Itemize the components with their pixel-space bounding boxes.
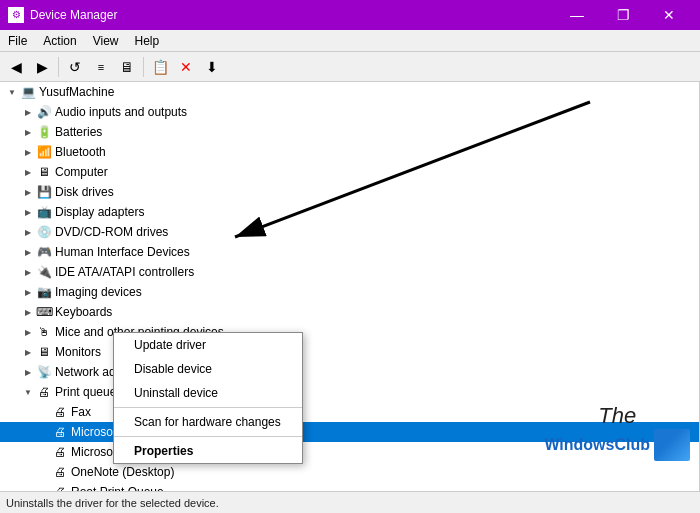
tree-item-keyboards[interactable]: ▶⌨Keyboards <box>0 302 699 322</box>
item-icon-diskdrives: 💾 <box>36 184 52 200</box>
tree-item-displayadapters[interactable]: ▶📺Display adapters <box>0 202 699 222</box>
expand-icon-monitors[interactable]: ▶ <box>20 344 36 360</box>
item-icon-bluetooth: 📶 <box>36 144 52 160</box>
context-properties[interactable]: Properties <box>114 439 302 463</box>
window-controls: — ❐ ✕ <box>554 0 692 30</box>
expand-icon-keyboards[interactable]: ▶ <box>20 304 36 320</box>
tree-item-machine[interactable]: ▼💻YusufMachine <box>0 82 699 102</box>
item-label-bluetooth: Bluetooth <box>55 145 106 159</box>
app-icon: ⚙ <box>8 7 24 23</box>
context-scan-hardware[interactable]: Scan for hardware changes <box>114 410 302 434</box>
toolbar-sep1 <box>58 57 59 77</box>
item-icon-ide: 🔌 <box>36 264 52 280</box>
device-tree[interactable]: ▼💻YusufMachine▶🔊Audio inputs and outputs… <box>0 82 700 491</box>
item-icon-fax: 🖨 <box>52 404 68 420</box>
menu-help[interactable]: Help <box>127 30 168 51</box>
expand-icon-dvd[interactable]: ▶ <box>20 224 36 240</box>
item-label-keyboards: Keyboards <box>55 305 112 319</box>
expand-icon-machine[interactable]: ▼ <box>4 84 20 100</box>
item-label-monitors: Monitors <box>55 345 101 359</box>
tree-item-dvd[interactable]: ▶💿DVD/CD-ROM drives <box>0 222 699 242</box>
main-area: ▼💻YusufMachine▶🔊Audio inputs and outputs… <box>0 82 700 491</box>
item-icon-oneno: 🖨 <box>52 464 68 480</box>
item-icon-micr2: 🖨 <box>52 444 68 460</box>
tree-item-ide[interactable]: ▶🔌IDE ATA/ATAPI controllers <box>0 262 699 282</box>
tree-item-fax[interactable]: 🖨Fax <box>0 402 699 422</box>
item-label-ide: IDE ATA/ATAPI controllers <box>55 265 194 279</box>
remove-button[interactable]: ✕ <box>174 55 198 79</box>
expand-icon-imaging[interactable]: ▶ <box>20 284 36 300</box>
expand-icon-hid[interactable]: ▶ <box>20 244 36 260</box>
context-disable-device[interactable]: Disable device <box>114 357 302 381</box>
item-icon-root: 🖨 <box>52 484 68 491</box>
tree-item-micr1[interactable]: 🖨Microsoft Print to PDF <box>0 422 699 442</box>
tree-item-network[interactable]: ▶📡Network adapters <box>0 362 699 382</box>
status-bar: Uninstalls the driver for the selected d… <box>0 491 700 513</box>
expand-icon-displayadapters[interactable]: ▶ <box>20 204 36 220</box>
context-update-driver[interactable]: Update driver <box>114 333 302 357</box>
tree-item-printqueues[interactable]: ▼🖨Print queues <box>0 382 699 402</box>
item-icon-network: 📡 <box>36 364 52 380</box>
item-icon-displayadapters: 📺 <box>36 204 52 220</box>
display-button[interactable]: 🖥 <box>115 55 139 79</box>
context-menu: Update driver Disable device Uninstall d… <box>113 332 303 464</box>
back-button[interactable]: ◀ <box>4 55 28 79</box>
item-label-displayadapters: Display adapters <box>55 205 144 219</box>
item-label-oneno: OneNote (Desktop) <box>71 465 174 479</box>
item-icon-keyboards: ⌨ <box>36 304 52 320</box>
toolbar: ◀ ▶ ↺ ≡ 🖥 📋 ✕ ⬇ <box>0 52 700 82</box>
item-icon-dvd: 💿 <box>36 224 52 240</box>
scan-button[interactable]: 📋 <box>148 55 172 79</box>
expand-icon-printqueues[interactable]: ▼ <box>20 384 36 400</box>
expand-icon-computer[interactable]: ▶ <box>20 164 36 180</box>
item-icon-monitors: 🖥 <box>36 344 52 360</box>
item-icon-machine: 💻 <box>20 84 36 100</box>
minimize-button[interactable]: — <box>554 0 600 30</box>
tree-item-audio[interactable]: ▶🔊Audio inputs and outputs <box>0 102 699 122</box>
forward-button[interactable]: ▶ <box>30 55 54 79</box>
title-bar: ⚙ Device Manager — ❐ ✕ <box>0 0 700 30</box>
context-sep1 <box>114 407 302 408</box>
menu-bar: File Action View Help <box>0 30 700 52</box>
menu-action[interactable]: Action <box>35 30 84 51</box>
refresh-button[interactable]: ↺ <box>63 55 87 79</box>
item-label-root: Root Print Queue <box>71 485 164 491</box>
tree-item-computer[interactable]: ▶🖥Computer <box>0 162 699 182</box>
item-label-computer: Computer <box>55 165 108 179</box>
item-icon-computer: 🖥 <box>36 164 52 180</box>
expand-icon-bluetooth[interactable]: ▶ <box>20 144 36 160</box>
tree-item-mice[interactable]: ▶🖱Mice and other pointing devices <box>0 322 699 342</box>
tree-item-batteries[interactable]: ▶🔋Batteries <box>0 122 699 142</box>
menu-file[interactable]: File <box>0 30 35 51</box>
expand-icon-batteries[interactable]: ▶ <box>20 124 36 140</box>
item-icon-printqueues: 🖨 <box>36 384 52 400</box>
item-icon-mice: 🖱 <box>36 324 52 340</box>
context-sep2 <box>114 436 302 437</box>
status-text: Uninstalls the driver for the selected d… <box>6 497 219 509</box>
properties-button[interactable]: ≡ <box>89 55 113 79</box>
item-label-hid: Human Interface Devices <box>55 245 190 259</box>
tree-item-hid[interactable]: ▶🎮Human Interface Devices <box>0 242 699 262</box>
item-label-imaging: Imaging devices <box>55 285 142 299</box>
restore-button[interactable]: ❐ <box>600 0 646 30</box>
tree-item-imaging[interactable]: ▶📷Imaging devices <box>0 282 699 302</box>
item-icon-micr1: 🖨 <box>52 424 68 440</box>
expand-icon-audio[interactable]: ▶ <box>20 104 36 120</box>
tree-item-micr2[interactable]: 🖨Microsoft XPS Document Writer <box>0 442 699 462</box>
expand-icon-diskdrives[interactable]: ▶ <box>20 184 36 200</box>
menu-view[interactable]: View <box>85 30 127 51</box>
item-label-machine: YusufMachine <box>39 85 114 99</box>
close-button[interactable]: ✕ <box>646 0 692 30</box>
tree-item-root[interactable]: 🖨Root Print Queue <box>0 482 699 491</box>
tree-item-diskdrives[interactable]: ▶💾Disk drives <box>0 182 699 202</box>
item-icon-batteries: 🔋 <box>36 124 52 140</box>
update-button[interactable]: ⬇ <box>200 55 224 79</box>
tree-item-bluetooth[interactable]: ▶📶Bluetooth <box>0 142 699 162</box>
tree-item-oneno[interactable]: 🖨OneNote (Desktop) <box>0 462 699 482</box>
tree-item-monitors[interactable]: ▶🖥Monitors <box>0 342 699 362</box>
expand-icon-network[interactable]: ▶ <box>20 364 36 380</box>
context-uninstall-device[interactable]: Uninstall device <box>114 381 302 405</box>
expand-icon-ide[interactable]: ▶ <box>20 264 36 280</box>
item-label-diskdrives: Disk drives <box>55 185 114 199</box>
expand-icon-mice[interactable]: ▶ <box>20 324 36 340</box>
